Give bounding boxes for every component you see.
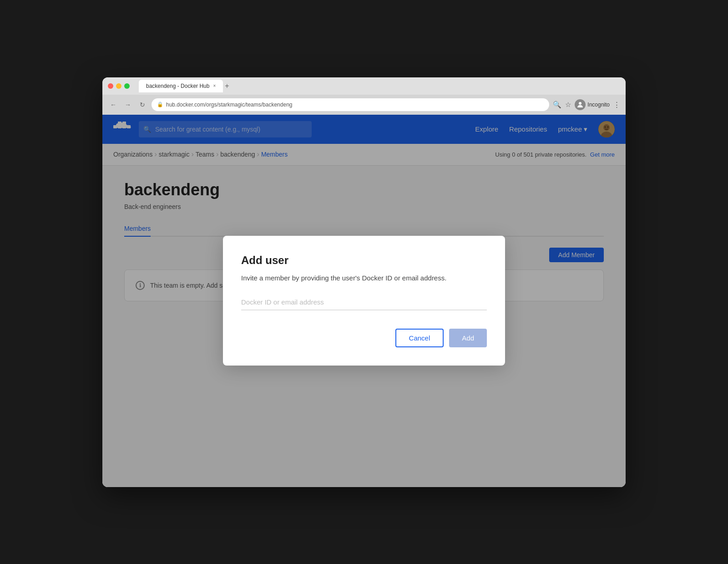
cancel-button[interactable]: Cancel (395, 329, 444, 347)
modal-description: Invite a member by providing the user's … (241, 274, 487, 282)
lock-icon: 🔒 (157, 102, 163, 107)
forward-button[interactable]: → (122, 99, 133, 110)
page-content: 🔍 Explore Repositories pmckee ▾ (102, 115, 626, 487)
minimize-window-button[interactable] (116, 83, 121, 89)
modal-overlay[interactable]: Add user Invite a member by providing th… (102, 115, 626, 487)
svg-point-0 (579, 102, 581, 105)
maximize-window-button[interactable] (124, 83, 130, 89)
title-bar: backendeng - Docker Hub × + (102, 77, 626, 95)
traffic-lights (108, 83, 130, 89)
back-button[interactable]: ← (108, 99, 119, 110)
browser-tab[interactable]: backendeng - Docker Hub × (139, 80, 223, 92)
tab-bar: backendeng - Docker Hub × + (139, 80, 620, 92)
modal-title: Add user (241, 254, 487, 267)
bookmark-icon[interactable]: ☆ (565, 101, 571, 109)
tab-close-button[interactable]: × (213, 83, 216, 88)
url-prefix: hub.docker.com (166, 102, 205, 108)
incognito-label: Incognito (587, 102, 610, 108)
more-options-icon[interactable]: ⋮ (613, 101, 620, 109)
new-tab-button[interactable]: + (225, 82, 229, 90)
add-button[interactable]: Add (449, 329, 487, 347)
close-window-button[interactable] (108, 83, 113, 89)
url-bar[interactable]: 🔒 hub.docker.com/orgs/starkmagic/teams/b… (152, 98, 549, 111)
modal-actions: Cancel Add (241, 329, 487, 347)
add-user-modal: Add user Invite a member by providing th… (223, 236, 505, 366)
reload-button[interactable]: ↻ (137, 99, 148, 110)
incognito-avatar (575, 99, 586, 110)
url-display: hub.docker.com/orgs/starkmagic/teams/bac… (166, 102, 292, 108)
toolbar-icons: 🔍 ☆ Incognito ⋮ (553, 99, 620, 110)
tab-title: backendeng - Docker Hub (146, 83, 209, 89)
incognito-button[interactable]: Incognito (575, 99, 610, 110)
browser-window: backendeng - Docker Hub × + ← → ↻ 🔒 hub.… (102, 77, 626, 487)
docker-id-input[interactable] (241, 295, 487, 310)
search-icon[interactable]: 🔍 (553, 101, 561, 109)
address-bar: ← → ↻ 🔒 hub.docker.com/orgs/starkmagic/t… (102, 95, 626, 115)
url-path: /orgs/starkmagic/teams/backendeng (205, 102, 293, 108)
